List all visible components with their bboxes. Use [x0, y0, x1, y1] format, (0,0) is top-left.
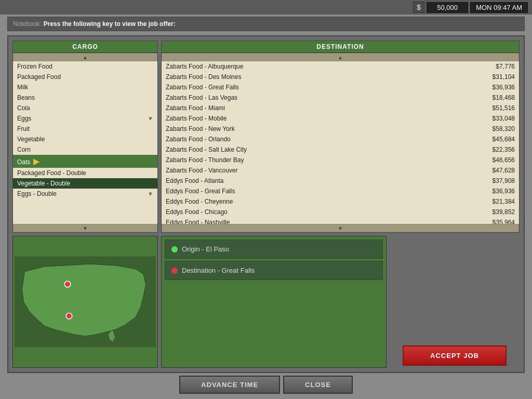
cargo-item-packaged-food[interactable]: Packaged Food [13, 72, 157, 82]
destination-panel: DESTINATION ▲ Zabarts Food - Albuquerque… [161, 41, 520, 233]
cargo-header: CARGO [13, 41, 157, 53]
cargo-panel: CARGO ▲ Frozen FoodPackaged FoodMilkBean… [12, 41, 158, 233]
dest-price: $22,356 [493, 146, 515, 153]
destination-list: Zabarts Food - Albuquerque$7,776Zabarts … [162, 61, 519, 224]
dest-name: Zabarts Food - Orlando [166, 136, 231, 143]
dest-price: $21,384 [493, 198, 515, 205]
cargo-item-vegetable-double[interactable]: Vegetable - Double [13, 178, 157, 189]
main-panel: CARGO ▲ Frozen FoodPackaged FoodMilkBean… [7, 35, 525, 373]
advance-time-button[interactable]: ADVANCE TIME [179, 376, 280, 394]
dest-price: $31,104 [493, 73, 515, 81]
dest-item[interactable]: Eddys Food - Nashville$35,964 [162, 217, 519, 224]
dest-price: $7,776 [496, 63, 515, 70]
dest-item[interactable]: Zabarts Food - New York$58,320 [162, 124, 519, 134]
dest-item[interactable]: Zabarts Food - Las Vegas$18,468 [162, 92, 519, 103]
dest-price: $39,852 [493, 208, 515, 216]
dest-name: Eddys Food - Atlanta [166, 177, 223, 184]
cargo-item-vegetable[interactable]: Vegetable [13, 134, 157, 144]
dest-item[interactable]: Eddys Food - Atlanta$37,908 [162, 176, 519, 186]
filter-icon: ▼ [148, 191, 153, 197]
destination-dot-indicator [171, 268, 178, 274]
cargo-item-eggs-double[interactable]: Eggs - Double▼ [13, 189, 157, 199]
dest-price: $45,684 [493, 136, 515, 143]
dest-price: $36,936 [493, 188, 515, 195]
cargo-item-beans[interactable]: Beans [13, 92, 157, 103]
dest-item[interactable]: Zabarts Food - Mobile$33,048 [162, 113, 519, 124]
notebook-message: Press the following key to view the job … [44, 20, 176, 28]
dest-name: Zabarts Food - New York [166, 125, 235, 132]
dest-name: Eddys Food - Chicago [166, 208, 228, 216]
side-panel: ACCEPT JOB [390, 236, 520, 368]
dest-price: $46,656 [493, 156, 515, 164]
cargo-item-oats[interactable]: Oats ▶ [13, 155, 157, 168]
cargo-scroll-up[interactable]: ▲ [13, 53, 157, 61]
usa-map [15, 238, 156, 366]
cargo-item-packaged-food-double[interactable]: Packaged Food - Double [13, 168, 157, 178]
origin-row: Origin - El Paso [165, 240, 383, 259]
dest-price: $51,516 [493, 104, 515, 112]
close-button[interactable]: CLOSE [283, 376, 353, 394]
cargo-item-eggs[interactable]: Eggs▼ [13, 113, 157, 124]
cargo-item-frozen-food[interactable]: Frozen Food [13, 61, 157, 72]
cargo-item-fruit[interactable]: Fruit [13, 124, 157, 134]
dest-name: Zabarts Food - Mobile [166, 115, 227, 122]
destination-header: DESTINATION [162, 41, 519, 53]
dest-item[interactable]: Zabarts Food - Vancouver$47,628 [162, 165, 519, 176]
origin-label: Origin - El Paso [182, 245, 229, 253]
dest-item[interactable]: Zabarts Food - Des Moines$31,104 [162, 72, 519, 82]
dest-name: Zabarts Food - Thunder Bay [166, 156, 244, 164]
dest-price: $33,048 [493, 115, 515, 122]
cargo-list: Frozen FoodPackaged FoodMilkBeansColaEgg… [13, 61, 157, 224]
destination-label: Destination - Great Falls [182, 267, 255, 274]
dest-price: $58,320 [493, 125, 515, 132]
dest-name: Zabarts Food - Vancouver [166, 167, 238, 174]
dest-name: Zabarts Food - Las Vegas [166, 94, 237, 101]
dest-item[interactable]: Eddys Food - Chicago$39,852 [162, 207, 519, 217]
dest-price: $35,964 [493, 219, 515, 224]
money-display: 50,000 [427, 2, 468, 13]
dest-item[interactable]: Eddys Food - Great Falls$36,936 [162, 186, 519, 196]
dest-item[interactable]: Eddys Food - Cheyenne$21,384 [162, 196, 519, 207]
dest-item[interactable]: Zabarts Food - Salt Lake City$22,356 [162, 144, 519, 155]
dest-item[interactable]: Zabarts Food - Albuquerque$7,776 [162, 61, 519, 72]
origin-dot [66, 313, 72, 319]
dest-name: Eddys Food - Great Falls [166, 188, 235, 195]
dest-name: Zabarts Food - Salt Lake City [166, 146, 247, 153]
cargo-item-milk[interactable]: Milk [13, 82, 157, 92]
dest-price: $47,628 [493, 167, 515, 174]
dollar-icon: $ [413, 2, 424, 13]
notebook-bar: Notebook: Press the following key to vie… [7, 17, 525, 31]
bottom-section: Origin - El Paso Destination - Great Fal… [12, 236, 520, 368]
destination-row: Destination - Great Falls [165, 261, 383, 280]
dest-name: Zabarts Food - Des Moines [166, 73, 241, 81]
info-panel: Origin - El Paso Destination - Great Fal… [161, 236, 387, 368]
origin-dot-indicator [171, 246, 178, 252]
bottom-buttons: ADVANCE TIME CLOSE [0, 376, 532, 394]
dest-scroll-up[interactable]: ▲ [162, 53, 519, 61]
cargo-scroll-down[interactable]: ▼ [13, 224, 157, 232]
dest-name: Eddys Food - Nashville [166, 219, 230, 224]
dest-item[interactable]: Zabarts Food - Thunder Bay$46,656 [162, 155, 519, 165]
time-display: MON 09:47 AM [470, 2, 528, 13]
dest-price: $36,936 [493, 84, 515, 91]
dest-scroll-down[interactable]: ▼ [162, 224, 519, 232]
dest-item[interactable]: Zabarts Food - Miami$51,516 [162, 103, 519, 113]
dest-price: $18,468 [493, 94, 515, 101]
dest-price: $37,908 [493, 177, 515, 184]
destination-dot [64, 281, 71, 287]
map-panel [12, 236, 158, 368]
dest-name: Zabarts Food - Albuquerque [166, 63, 243, 70]
top-bar: $ 50,000 MON 09:47 AM [0, 0, 532, 15]
dest-item[interactable]: Zabarts Food - Great Falls$36,936 [162, 82, 519, 92]
accept-job-button[interactable]: ACCEPT JOB [403, 345, 507, 366]
dest-name: Zabarts Food - Great Falls [166, 84, 239, 91]
notebook-label: Notebook: [13, 20, 42, 28]
cargo-item-corn[interactable]: Corn [13, 144, 157, 155]
dest-item[interactable]: Zabarts Food - Orlando$45,684 [162, 134, 519, 144]
dest-name: Eddys Food - Cheyenne [166, 198, 233, 205]
top-section: CARGO ▲ Frozen FoodPackaged FoodMilkBean… [12, 41, 520, 233]
dest-name: Zabarts Food - Miami [166, 104, 225, 112]
cargo-item-cola[interactable]: Cola [13, 103, 157, 113]
filter-icon: ▼ [148, 115, 153, 122]
